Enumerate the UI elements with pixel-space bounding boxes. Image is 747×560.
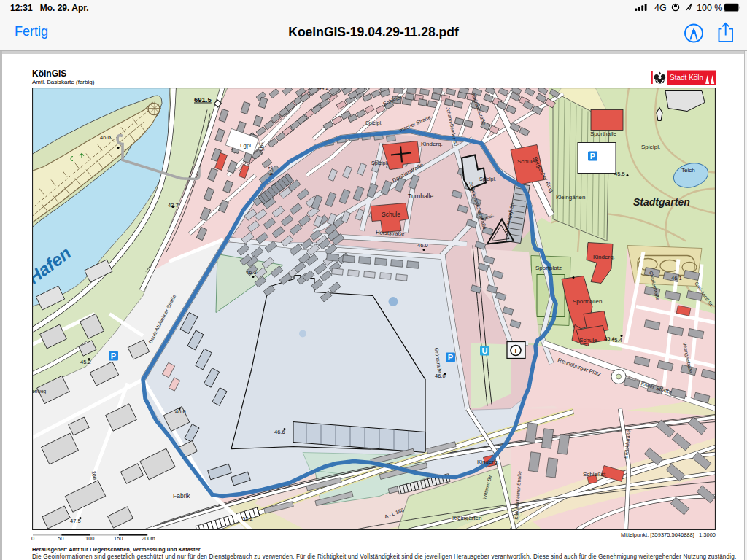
svg-text:Stadt Köln: Stadt Köln xyxy=(670,74,703,82)
svg-text:47.5: 47.5 xyxy=(70,517,81,524)
svg-text:4G: 4G xyxy=(654,3,667,13)
svg-text:Turnhalle: Turnhalle xyxy=(408,192,433,199)
svg-text:Herausgeber: Amt für Liegensch: Herausgeber: Amt für Liegenschaften, Ver… xyxy=(32,546,201,553)
svg-text:45.5: 45.5 xyxy=(614,170,625,176)
svg-text:100: 100 xyxy=(85,535,95,542)
svg-text:46.3: 46.3 xyxy=(246,268,257,275)
svg-text:Kinderg.: Kinderg. xyxy=(593,253,615,260)
svg-text:Kleingärten: Kleingärten xyxy=(556,193,585,200)
svg-text:Teich: Teich xyxy=(681,166,695,173)
svg-text:46.1: 46.1 xyxy=(671,274,682,281)
svg-text:Stadtgarten: Stadtgarten xyxy=(633,195,690,207)
svg-text:46.0: 46.0 xyxy=(100,133,111,140)
svg-text:Schule: Schule xyxy=(382,210,400,217)
svg-text:0: 0 xyxy=(31,535,34,542)
svg-text:150: 150 xyxy=(114,535,123,542)
svg-text:Lgpl.: Lgpl. xyxy=(240,141,252,148)
svg-text:U: U xyxy=(482,346,488,355)
svg-text:Sportplatz: Sportplatz xyxy=(535,264,562,271)
svg-text:Spielpl.: Spielpl. xyxy=(365,120,382,125)
svg-text:Spielpl.: Spielpl. xyxy=(641,143,660,149)
svg-text:200m: 200m xyxy=(142,535,155,542)
svg-text:enweg: enweg xyxy=(32,388,47,394)
svg-text:45.4: 45.4 xyxy=(604,335,615,341)
svg-text:Schule: Schule xyxy=(579,336,597,343)
svg-text:Kinderg.: Kinderg. xyxy=(477,458,499,464)
svg-text:46.0: 46.0 xyxy=(435,372,446,378)
svg-text:P: P xyxy=(448,353,453,362)
svg-text:Spielpl.: Spielpl. xyxy=(479,176,496,182)
svg-text:Kleingärten: Kleingärten xyxy=(452,514,481,521)
svg-text:Sporthalle: Sporthalle xyxy=(590,130,617,136)
svg-text:P: P xyxy=(111,351,116,360)
svg-text:Spielpl.: Spielpl. xyxy=(371,160,388,166)
svg-text:46.6: 46.6 xyxy=(274,428,285,435)
svg-text:46.0: 46.0 xyxy=(417,241,428,248)
svg-text:691.5: 691.5 xyxy=(194,95,212,103)
svg-text:Mittelpunkt: [359375,5646888]: Mittelpunkt: [359375,5646888] 1:3000 xyxy=(621,532,716,538)
svg-text:P: P xyxy=(590,152,595,160)
svg-text:100 %: 100 % xyxy=(697,3,722,13)
svg-text:T: T xyxy=(514,346,518,354)
svg-text:52.2: 52.2 xyxy=(242,515,253,521)
svg-text:43.7: 43.7 xyxy=(168,201,179,208)
svg-text:Kinderg.: Kinderg. xyxy=(421,140,443,147)
svg-text:Die Geoinformationen sind gese: Die Geoinformationen sind gesetzlich ges… xyxy=(32,553,736,560)
svg-text:Schießst: Schießst xyxy=(583,470,606,477)
svg-text:Sporthallen: Sporthallen xyxy=(573,298,602,304)
svg-text:Fabrik: Fabrik xyxy=(173,491,190,499)
svg-text:50: 50 xyxy=(58,535,63,542)
